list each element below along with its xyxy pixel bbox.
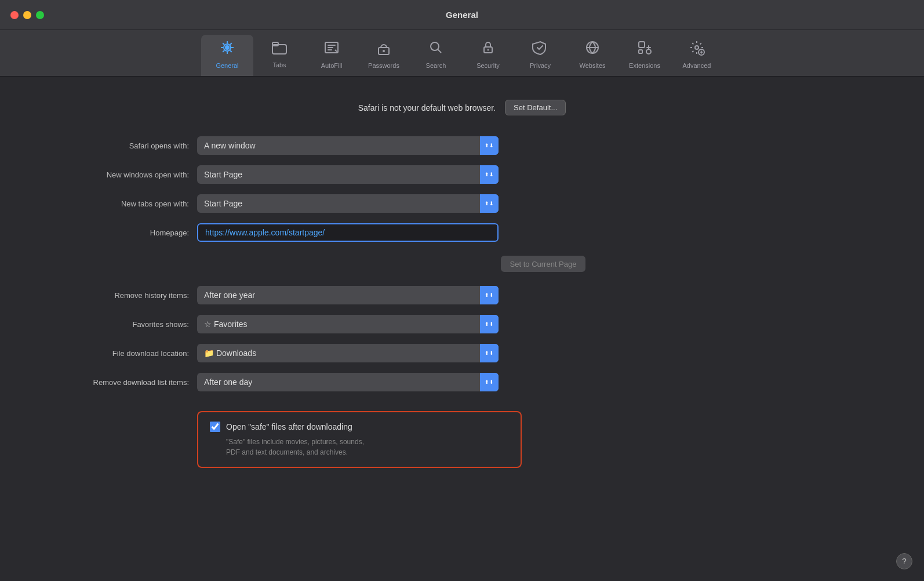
remove-history-select[interactable]: After one day After one week After two w…: [197, 286, 499, 304]
new-windows-select[interactable]: Start Page Homepage Empty Page Same Page: [197, 165, 499, 184]
main-content: Safari is not your default web browser. …: [0, 77, 924, 491]
tab-websites-label: Websites: [579, 62, 605, 69]
download-location-row: File download location: 📁 Downloads Desk…: [35, 344, 889, 362]
tab-security-label: Security: [476, 62, 500, 69]
open-safe-files-label[interactable]: Open "safe" files after downloading: [226, 422, 352, 431]
open-safe-files-checkbox[interactable]: [210, 422, 220, 432]
toolbar: General Tabs AutoFill P: [0, 30, 924, 77]
homepage-row: Homepage:: [35, 223, 889, 242]
window-title: General: [446, 10, 478, 20]
tab-extensions-label: Extensions: [629, 62, 660, 69]
tab-autofill[interactable]: AutoFill: [305, 35, 358, 76]
tab-advanced[interactable]: Advanced: [671, 35, 723, 76]
window-controls: [10, 11, 44, 19]
tab-tabs[interactable]: Tabs: [253, 35, 305, 75]
remove-history-wrapper: After one day After one week After two w…: [197, 286, 499, 304]
new-tabs-row: New tabs open with: Start Page Homepage …: [35, 194, 889, 213]
homepage-label: Homepage:: [35, 228, 197, 237]
svg-point-9: [488, 49, 489, 51]
tab-privacy-label: Privacy: [530, 62, 551, 69]
favorites-shows-wrapper: ☆ Favorites Bookmarks Menu Bookmarks Bar…: [197, 315, 499, 333]
homepage-input[interactable]: [197, 223, 499, 242]
new-windows-wrapper: Start Page Homepage Empty Page Same Page: [197, 165, 499, 184]
tab-search[interactable]: Search: [410, 35, 462, 76]
advanced-icon: [689, 39, 705, 60]
remove-download-list-label: Remove download list items:: [35, 378, 197, 387]
tab-extensions[interactable]: Extensions: [619, 35, 671, 76]
passwords-icon: [376, 39, 392, 60]
maximize-button[interactable]: [36, 11, 44, 19]
extensions-icon: [636, 39, 653, 60]
tab-advanced-label: Advanced: [683, 62, 711, 69]
download-location-wrapper: 📁 Downloads Desktop Documents Other...: [197, 344, 499, 362]
search-icon: [428, 39, 444, 60]
svg-point-13: [646, 49, 651, 54]
safari-opens-with-label: Safari opens with:: [35, 141, 197, 150]
new-windows-row: New windows open with: Start Page Homepa…: [35, 165, 889, 184]
tab-websites[interactable]: Websites: [566, 35, 619, 76]
general-icon: [219, 39, 235, 60]
svg-rect-11: [639, 42, 645, 48]
default-browser-message: Safari is not your default web browser.: [358, 103, 496, 112]
set-default-button[interactable]: Set Default...: [505, 100, 566, 115]
tab-privacy[interactable]: Privacy: [514, 35, 566, 76]
security-icon: [480, 39, 496, 60]
tab-passwords-label: Passwords: [368, 62, 399, 69]
safari-opens-with-select[interactable]: A new window A new private window All wi…: [197, 136, 499, 155]
svg-rect-12: [639, 50, 642, 53]
title-bar: General: [0, 0, 924, 30]
svg-point-0: [225, 45, 230, 50]
favorites-shows-row: Favorites shows: ☆ Favorites Bookmarks M…: [35, 315, 889, 333]
tab-general-label: General: [216, 62, 238, 69]
remove-download-list-select[interactable]: Manually When Safari Quits Upon Successf…: [197, 373, 499, 391]
remove-download-list-wrapper: Manually When Safari Quits Upon Successf…: [197, 373, 499, 391]
open-safe-files-sublabel: "Safe" files include movies, pictures, s…: [210, 437, 509, 457]
open-safe-files-container: Open "safe" files after downloading "Saf…: [197, 411, 522, 468]
tab-general[interactable]: General: [201, 35, 253, 76]
new-tabs-label: New tabs open with:: [35, 199, 197, 208]
remove-history-row: Remove history items: After one day Afte…: [35, 286, 889, 304]
favorites-shows-select[interactable]: ☆ Favorites Bookmarks Menu Bookmarks Bar…: [197, 315, 499, 333]
favorites-shows-label: Favorites shows:: [35, 320, 197, 329]
tabs-icon: [271, 40, 288, 59]
remove-download-list-row: Remove download list items: Manually Whe…: [35, 373, 889, 391]
minimize-button[interactable]: [23, 11, 31, 19]
safari-opens-with-row: Safari opens with: A new window A new pr…: [35, 136, 889, 155]
tab-security[interactable]: Security: [462, 35, 514, 76]
privacy-icon: [532, 39, 548, 60]
download-location-label: File download location:: [35, 349, 197, 358]
close-button[interactable]: [10, 11, 19, 19]
default-browser-row: Safari is not your default web browser. …: [35, 100, 889, 115]
remove-history-label: Remove history items:: [35, 291, 197, 300]
safari-opens-with-wrapper: A new window A new private window All wi…: [197, 136, 499, 155]
open-safe-files-row: Open "safe" files after downloading: [210, 422, 509, 432]
tab-autofill-label: AutoFill: [321, 62, 343, 69]
tab-passwords[interactable]: Passwords: [358, 35, 410, 76]
websites-icon: [584, 39, 601, 60]
set-current-row: Set to Current Page: [197, 256, 889, 272]
new-windows-label: New windows open with:: [35, 170, 197, 179]
svg-point-14: [695, 46, 699, 49]
autofill-icon: [323, 39, 340, 60]
download-location-select[interactable]: 📁 Downloads Desktop Documents Other...: [197, 344, 499, 362]
tab-search-label: Search: [426, 62, 446, 69]
help-button[interactable]: ?: [896, 553, 912, 569]
new-tabs-wrapper: Start Page Homepage Empty Page Same Page: [197, 194, 499, 213]
set-current-page-button[interactable]: Set to Current Page: [501, 256, 586, 272]
svg-point-6: [383, 50, 385, 52]
new-tabs-select[interactable]: Start Page Homepage Empty Page Same Page: [197, 194, 499, 213]
tab-tabs-label: Tabs: [272, 61, 286, 68]
help-icon: ?: [902, 557, 907, 566]
